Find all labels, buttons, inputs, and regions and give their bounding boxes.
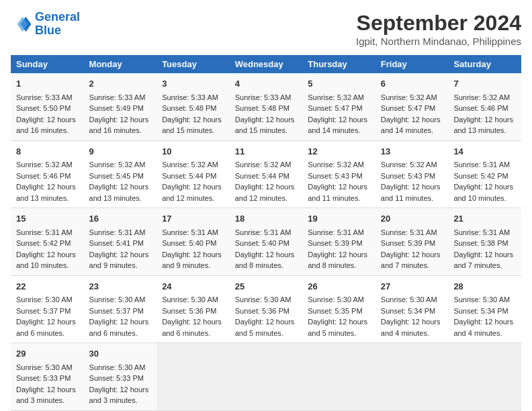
sunset: Sunset: 5:34 PM <box>381 307 435 315</box>
logo-text: General Blue <box>35 11 80 38</box>
col-tuesday: Tuesday <box>157 55 230 73</box>
day-number: 28 <box>453 280 516 293</box>
sunset: Sunset: 5:48 PM <box>162 104 216 112</box>
day-number: 2 <box>89 77 152 91</box>
daylight: Daylight: 12 hours and 16 minutes. <box>16 116 76 135</box>
day-number: 23 <box>89 280 152 293</box>
title-block: September 2024 Igpit, Northern Mindanao,… <box>356 11 521 47</box>
sunset: Sunset: 5:47 PM <box>381 104 435 112</box>
daylight: Daylight: 12 hours and 6 minutes. <box>162 318 222 337</box>
daylight: Daylight: 12 hours and 8 minutes. <box>235 250 295 270</box>
sunset: Sunset: 5:48 PM <box>235 104 290 112</box>
sunset: Sunset: 5:45 PM <box>89 172 144 180</box>
sunrise: Sunrise: 5:30 AM <box>89 295 146 304</box>
sunrise: Sunrise: 5:32 AM <box>308 93 364 101</box>
sunset: Sunset: 5:50 PM <box>16 104 71 112</box>
logo: General Blue <box>11 11 80 38</box>
sunrise: Sunrise: 5:32 AM <box>162 161 218 169</box>
main-title: September 2024 <box>356 11 521 36</box>
calendar-week-2: 8Sunrise: 5:32 AMSunset: 5:46 PMDaylight… <box>11 140 521 208</box>
sunset: Sunset: 5:40 PM <box>162 239 216 247</box>
calendar-cell: 24Sunrise: 5:30 AMSunset: 5:36 PMDayligh… <box>157 275 230 343</box>
calendar-cell <box>157 343 230 411</box>
day-number: 12 <box>308 145 370 158</box>
daylight: Daylight: 12 hours and 7 minutes. <box>453 250 513 270</box>
sunset: Sunset: 5:41 PM <box>89 239 144 247</box>
sunset: Sunset: 5:46 PM <box>16 172 71 180</box>
calendar-cell: 9Sunrise: 5:32 AMSunset: 5:45 PMDaylight… <box>84 140 157 208</box>
calendar-cell: 21Sunrise: 5:31 AMSunset: 5:38 PMDayligh… <box>448 208 521 276</box>
col-wednesday: Wednesday <box>230 55 303 73</box>
sunrise: Sunrise: 5:33 AM <box>235 93 292 101</box>
daylight: Daylight: 12 hours and 13 minutes. <box>89 183 149 202</box>
day-number: 8 <box>16 145 79 158</box>
daylight: Daylight: 12 hours and 4 minutes. <box>453 318 513 337</box>
sunset: Sunset: 5:43 PM <box>308 172 362 180</box>
daylight: Daylight: 12 hours and 14 minutes. <box>308 116 367 135</box>
day-number: 30 <box>89 347 152 361</box>
calendar-cell: 23Sunrise: 5:30 AMSunset: 5:37 PMDayligh… <box>84 275 157 343</box>
sunrise: Sunrise: 5:31 AM <box>381 228 437 236</box>
sunrise: Sunrise: 5:31 AM <box>162 228 218 236</box>
calendar-cell: 22Sunrise: 5:30 AMSunset: 5:37 PMDayligh… <box>11 275 84 343</box>
sunrise: Sunrise: 5:31 AM <box>16 228 73 236</box>
header-row: Sunday Monday Tuesday Wednesday Thursday… <box>11 55 521 73</box>
calendar-cell: 30Sunrise: 5:30 AMSunset: 5:33 PMDayligh… <box>84 343 157 411</box>
day-number: 9 <box>89 145 152 158</box>
sunrise: Sunrise: 5:30 AM <box>16 363 73 371</box>
sunrise: Sunrise: 5:30 AM <box>308 295 364 304</box>
day-number: 21 <box>453 212 516 226</box>
daylight: Daylight: 12 hours and 12 minutes. <box>162 183 222 202</box>
calendar-cell: 13Sunrise: 5:32 AMSunset: 5:43 PMDayligh… <box>375 140 449 208</box>
sunrise: Sunrise: 5:33 AM <box>162 93 218 101</box>
day-number: 16 <box>89 212 152 226</box>
sunrise: Sunrise: 5:30 AM <box>16 295 73 304</box>
sunrise: Sunrise: 5:32 AM <box>235 161 292 169</box>
daylight: Daylight: 12 hours and 12 minutes. <box>235 183 295 202</box>
sunset: Sunset: 5:46 PM <box>453 104 508 112</box>
daylight: Daylight: 12 hours and 15 minutes. <box>162 116 222 135</box>
sunset: Sunset: 5:36 PM <box>235 307 290 315</box>
daylight: Daylight: 12 hours and 13 minutes. <box>16 183 76 202</box>
sunset: Sunset: 5:42 PM <box>453 172 508 180</box>
sunrise: Sunrise: 5:32 AM <box>308 161 364 169</box>
daylight: Daylight: 12 hours and 5 minutes. <box>235 318 295 337</box>
calendar-cell: 16Sunrise: 5:31 AMSunset: 5:41 PMDayligh… <box>84 208 157 276</box>
calendar-week-3: 15Sunrise: 5:31 AMSunset: 5:42 PMDayligh… <box>11 208 521 276</box>
calendar-cell <box>375 343 449 411</box>
sunset: Sunset: 5:33 PM <box>16 374 71 382</box>
calendar-cell: 28Sunrise: 5:30 AMSunset: 5:34 PMDayligh… <box>448 275 521 343</box>
sunrise: Sunrise: 5:32 AM <box>453 93 510 101</box>
calendar-cell: 6Sunrise: 5:32 AMSunset: 5:47 PMDaylight… <box>375 73 449 140</box>
sunset: Sunset: 5:42 PM <box>16 239 71 247</box>
calendar-cell: 10Sunrise: 5:32 AMSunset: 5:44 PMDayligh… <box>157 140 230 208</box>
daylight: Daylight: 12 hours and 6 minutes. <box>89 318 149 337</box>
sunset: Sunset: 5:38 PM <box>453 239 508 247</box>
calendar-cell <box>302 343 375 411</box>
day-number: 25 <box>235 280 298 293</box>
sunrise: Sunrise: 5:33 AM <box>89 93 146 101</box>
sunset: Sunset: 5:33 PM <box>89 374 144 382</box>
sunset: Sunset: 5:44 PM <box>162 172 216 180</box>
calendar-cell: 25Sunrise: 5:30 AMSunset: 5:36 PMDayligh… <box>230 275 303 343</box>
daylight: Daylight: 12 hours and 3 minutes. <box>16 385 76 405</box>
day-number: 11 <box>235 145 298 158</box>
col-thursday: Thursday <box>302 55 375 73</box>
col-saturday: Saturday <box>448 55 521 73</box>
calendar-cell: 8Sunrise: 5:32 AMSunset: 5:46 PMDaylight… <box>11 140 84 208</box>
logo-icon <box>11 13 32 35</box>
sunrise: Sunrise: 5:33 AM <box>16 93 73 101</box>
sunset: Sunset: 5:36 PM <box>162 307 216 315</box>
calendar-cell: 12Sunrise: 5:32 AMSunset: 5:43 PMDayligh… <box>302 140 375 208</box>
sunset: Sunset: 5:43 PM <box>381 172 435 180</box>
daylight: Daylight: 12 hours and 9 minutes. <box>162 250 222 270</box>
sunrise: Sunrise: 5:32 AM <box>381 161 437 169</box>
calendar-cell: 17Sunrise: 5:31 AMSunset: 5:40 PMDayligh… <box>157 208 230 276</box>
calendar-cell: 2Sunrise: 5:33 AMSunset: 5:49 PMDaylight… <box>84 73 157 140</box>
sunset: Sunset: 5:35 PM <box>308 307 362 315</box>
sunrise: Sunrise: 5:32 AM <box>381 93 437 101</box>
day-number: 13 <box>381 145 443 158</box>
daylight: Daylight: 12 hours and 13 minutes. <box>453 116 513 135</box>
calendar-cell: 1Sunrise: 5:33 AMSunset: 5:50 PMDaylight… <box>11 73 84 140</box>
sunrise: Sunrise: 5:30 AM <box>381 295 437 304</box>
